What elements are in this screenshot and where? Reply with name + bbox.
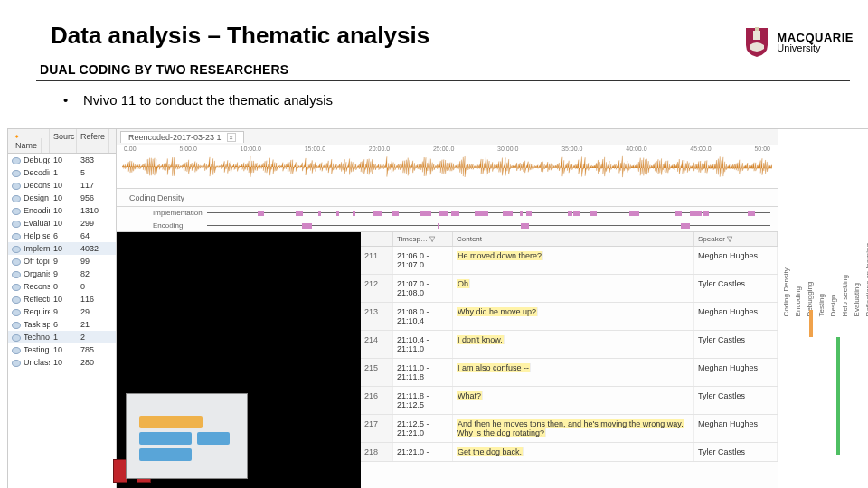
timeline-tick: 45:00.0 bbox=[690, 145, 711, 152]
node-row[interactable]: Reconstru00 bbox=[8, 280, 116, 293]
transcript-row[interactable]: 21221:07.0 - 21:08.0OhTyler Castles bbox=[361, 275, 778, 303]
node-row[interactable]: Unclassifi10280 bbox=[8, 356, 116, 369]
bullet-item: Nvivo 11 to conduct the thematic analysi… bbox=[63, 92, 868, 108]
svg-rect-0 bbox=[753, 31, 760, 40]
slide-title: Data analysis – Thematic analysis bbox=[0, 0, 868, 50]
timeline-tick: 15:00.0 bbox=[305, 145, 326, 152]
timeline-tick: 50:00 bbox=[754, 145, 770, 152]
svg-rect-1 bbox=[755, 27, 759, 31]
timeline-tick: 0.00 bbox=[124, 145, 137, 152]
center-panel: Reencoded-2017-03-23 1 × 0.005:00.010:00… bbox=[117, 129, 778, 488]
logo-text-2: University bbox=[777, 43, 854, 53]
transcript-header: Timesp… ▽ Content Speaker ▽ bbox=[361, 232, 778, 247]
video-thumbnail bbox=[126, 393, 248, 479]
tab-label: Reencoded-2017-03-23 1 bbox=[128, 133, 222, 142]
node-row[interactable]: Off topic999 bbox=[8, 255, 116, 267]
slide-subtitle: DUAL CODING BY TWO RESEARCHERS bbox=[0, 50, 868, 79]
scratch-block bbox=[139, 432, 192, 445]
timeline-tick: 10:00.0 bbox=[241, 145, 261, 152]
node-row[interactable]: Reflection10116 bbox=[8, 293, 116, 305]
shield-icon bbox=[744, 27, 769, 58]
nodes-header: 🔸 Name Sourc Refere bbox=[8, 129, 116, 154]
audio-waveform[interactable]: 0.005:00.010:00.015:00.020:00.025:00.030… bbox=[117, 145, 778, 189]
node-row[interactable]: Organisin982 bbox=[8, 267, 116, 280]
right-density-panel: Coding DensityEncodingDebuggingTestingDe… bbox=[778, 129, 868, 488]
node-row[interactable]: Design10956 bbox=[8, 192, 116, 204]
document-tab[interactable]: Reencoded-2017-03-23 1 × bbox=[120, 131, 244, 143]
scratch-block bbox=[197, 432, 230, 445]
scratch-block bbox=[139, 416, 203, 428]
timeline-tick: 35:00.0 bbox=[561, 145, 582, 152]
density-bar bbox=[809, 310, 813, 337]
transcript-row[interactable]: 21121:06.0 - 21:07.0He moved down there?… bbox=[361, 247, 778, 275]
university-logo: MACQUARIE University bbox=[744, 27, 854, 58]
timeline-tick: 25:00.0 bbox=[433, 145, 454, 152]
tab-bar: Reencoded-2017-03-23 1 × bbox=[117, 129, 778, 145]
node-row[interactable]: Debuggin10383 bbox=[8, 154, 116, 166]
bullet-list: Nvivo 11 to conduct the thematic analysi… bbox=[0, 81, 868, 108]
node-row[interactable]: Encoding101310 bbox=[8, 204, 116, 217]
transcript-row[interactable]: 21621:11.8 - 21:12.5What?Tyler Castles bbox=[361, 387, 778, 415]
transcript-row[interactable]: 21721:12.5 - 21:21.0And then he moves to… bbox=[361, 415, 778, 443]
node-row[interactable]: Technolo12 bbox=[8, 331, 116, 343]
scratch-block bbox=[139, 448, 192, 461]
transcript-row[interactable]: 21821:21.0 - Get the dog back.Tyler Cast… bbox=[361, 443, 778, 462]
coding-density-label: Coding Density bbox=[117, 189, 778, 207]
node-row[interactable]: Deconstru10117 bbox=[8, 179, 116, 192]
density-label: Reflections on learning bbox=[864, 243, 868, 316]
transcript-row[interactable]: 21521:11.0 - 21:11.8I am also confuse --… bbox=[361, 359, 778, 387]
density-bar bbox=[836, 337, 840, 455]
node-row[interactable]: Evaluatin10299 bbox=[8, 217, 116, 230]
timeline-tick: 5:00.0 bbox=[179, 145, 196, 152]
node-row[interactable]: Task speci621 bbox=[8, 318, 116, 331]
nodes-panel: 🔸 Name Sourc Refere Debuggin10383Decodin… bbox=[8, 129, 117, 488]
transcript-row[interactable]: 21421:10.4 - 21:11.0I don't know.Tyler C… bbox=[361, 331, 778, 359]
timeline-tick: 20:00.0 bbox=[369, 145, 390, 152]
timeline-tick: 30:00.0 bbox=[497, 145, 518, 152]
coding-tracks: Implementation Encoding bbox=[117, 207, 778, 232]
timeline-tick: 40:00.0 bbox=[626, 145, 646, 152]
node-row[interactable]: Implemen104032 bbox=[8, 242, 116, 255]
track-implementation-label: Implementation bbox=[117, 209, 207, 217]
node-row[interactable]: Help seek664 bbox=[8, 230, 116, 242]
track-encoding-label: Encoding bbox=[117, 221, 207, 230]
transcript-panel: Timesp… ▽ Content Speaker ▽ 21121:06.0 -… bbox=[361, 232, 778, 488]
node-row[interactable]: Decoding15 bbox=[8, 166, 116, 179]
video-preview[interactable] bbox=[117, 232, 361, 488]
waveform-svg bbox=[122, 155, 772, 179]
transcript-row[interactable]: 21321:08.0 - 21:10.4Why did he move up?M… bbox=[361, 303, 778, 331]
nvivo-screenshot: 🔸 Name Sourc Refere Debuggin10383Decodin… bbox=[7, 128, 868, 488]
close-icon[interactable]: × bbox=[227, 133, 236, 142]
node-row[interactable]: Requirem929 bbox=[8, 305, 116, 318]
node-row[interactable]: Testing10785 bbox=[8, 343, 116, 356]
